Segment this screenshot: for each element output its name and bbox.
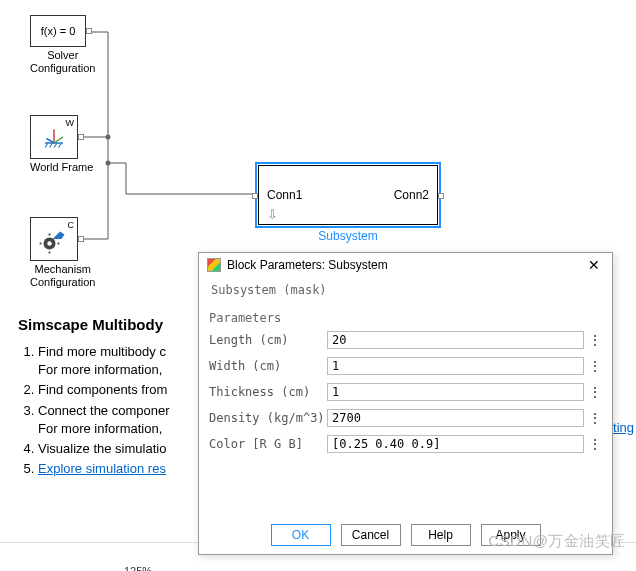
explore-link[interactable]: Explore simulation res [38, 461, 166, 476]
conn2-label: Conn2 [394, 188, 429, 202]
param-label: Density (kg/m^3) [209, 411, 327, 425]
block-label: World Frame [30, 161, 93, 174]
w-label: W [66, 118, 75, 128]
density-input[interactable] [327, 409, 584, 427]
mechanism-configuration-block[interactable]: C MechanismConfiguration [30, 217, 95, 289]
block-label: MechanismConfiguration [30, 263, 95, 289]
link-fragment[interactable]: ting [613, 420, 634, 435]
dialog-body: Subsystem (mask) Parameters Length (cm) … [199, 277, 612, 515]
param-label: Length (cm) [209, 333, 327, 347]
conn1-label: Conn1 [267, 188, 302, 202]
svg-point-18 [47, 241, 52, 246]
ok-button[interactable]: OK [271, 524, 331, 546]
more-icon[interactable]: ⋮ [588, 439, 602, 449]
svg-point-7 [106, 135, 111, 140]
c-label: C [68, 220, 75, 230]
more-icon[interactable]: ⋮ [588, 387, 602, 397]
dialog-title: Block Parameters: Subsystem [227, 258, 584, 272]
dialog-titlebar[interactable]: Block Parameters: Subsystem ✕ [199, 253, 612, 277]
thickness-input[interactable] [327, 383, 584, 401]
help-button[interactable]: Help [411, 524, 471, 546]
subsystem-block[interactable]: Conn1 Conn2 ⇩ Subsystem [258, 165, 438, 243]
more-icon[interactable]: ⋮ [588, 361, 602, 371]
close-icon[interactable]: ✕ [584, 257, 604, 273]
block-label: SolverConfiguration [30, 49, 95, 75]
param-label: Thickness (cm) [209, 385, 327, 399]
apply-button[interactable]: Apply [481, 524, 541, 546]
port[interactable] [78, 134, 84, 140]
mechanism-icon [39, 224, 69, 254]
port-conn2[interactable] [438, 193, 444, 199]
down-arrow-icon: ⇩ [267, 207, 278, 222]
param-label: Color [R G B] [209, 437, 327, 451]
more-icon[interactable]: ⋮ [588, 335, 602, 345]
solver-text: f(x) = 0 [41, 25, 76, 37]
port-conn1[interactable] [252, 193, 258, 199]
param-length: Length (cm) ⋮ [209, 331, 602, 349]
zoom-level: 125% [124, 565, 152, 571]
world-frame-icon [39, 122, 69, 152]
width-input[interactable] [327, 357, 584, 375]
block-parameters-dialog: Block Parameters: Subsystem ✕ Subsystem … [198, 252, 613, 555]
mask-label: Subsystem (mask) [211, 283, 602, 297]
more-icon[interactable]: ⋮ [588, 413, 602, 423]
world-frame-block[interactable]: W World Frame [30, 115, 93, 174]
cancel-button[interactable]: Cancel [341, 524, 401, 546]
port[interactable] [86, 28, 92, 34]
length-input[interactable] [327, 331, 584, 349]
param-label: Width (cm) [209, 359, 327, 373]
svg-line-15 [54, 137, 63, 143]
color-input[interactable] [327, 435, 584, 453]
param-width: Width (cm) ⋮ [209, 357, 602, 375]
param-density: Density (kg/m^3) ⋮ [209, 409, 602, 427]
parameters-header: Parameters [209, 311, 602, 325]
port[interactable] [78, 236, 84, 242]
svg-point-8 [106, 161, 111, 166]
dialog-icon [207, 258, 221, 272]
solver-configuration-block[interactable]: f(x) = 0 SolverConfiguration [30, 15, 95, 75]
dialog-buttons: OK Cancel Help Apply [199, 515, 612, 554]
block-label: Subsystem [258, 229, 438, 243]
param-color: Color [R G B] ⋮ [209, 435, 602, 453]
param-thickness: Thickness (cm) ⋮ [209, 383, 602, 401]
